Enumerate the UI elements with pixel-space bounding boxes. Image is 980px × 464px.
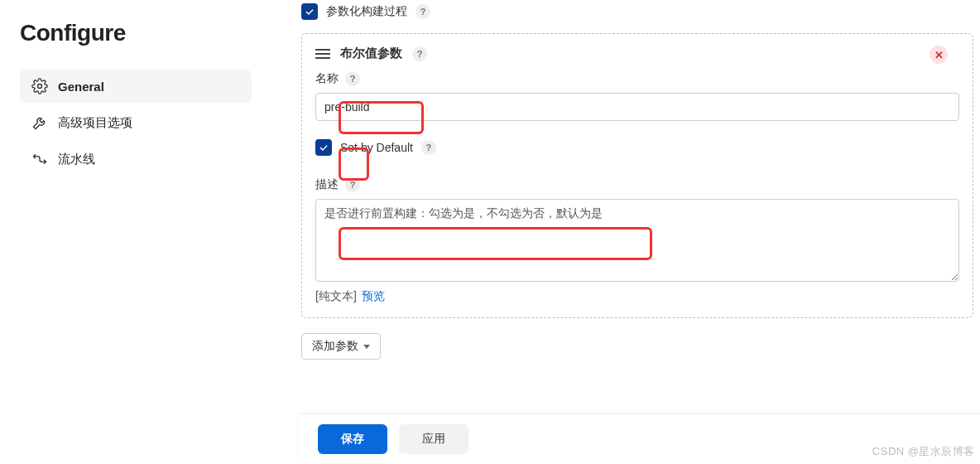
parametrized-build-label: 参数化构建过程	[326, 4, 407, 19]
gear-icon	[31, 78, 48, 94]
help-icon[interactable]: ?	[345, 177, 360, 192]
set-default-label: Set by Default	[340, 141, 413, 154]
description-label: 描述	[315, 177, 339, 192]
svg-point-0	[38, 85, 42, 89]
sidebar-item-label: 高级项目选项	[58, 115, 132, 131]
chevron-down-icon	[363, 345, 370, 349]
panel-title: 布尔值参数	[340, 46, 402, 61]
format-plain-label: [纯文本]	[315, 289, 357, 302]
sidebar-item-label: General	[58, 80, 104, 94]
boolean-param-panel: ✕ 布尔值参数 ? 名称 ? Set by Default ?	[301, 33, 973, 318]
parametrized-build-row: 参数化构建过程 ?	[301, 3, 977, 20]
help-icon[interactable]: ?	[416, 4, 430, 19]
help-icon[interactable]: ?	[345, 71, 360, 86]
main-content: 参数化构建过程 ? ✕ 布尔值参数 ? 名称 ? Set by Def	[281, 0, 980, 464]
sidebar: Configure General 高级项目选项 流水线	[0, 0, 281, 464]
help-icon[interactable]: ?	[421, 140, 436, 155]
watermark: CSDN @星水辰博客	[872, 444, 975, 459]
wrench-icon	[31, 114, 48, 131]
pipeline-icon	[31, 151, 48, 167]
apply-button[interactable]: 应用	[399, 424, 468, 454]
parametrized-build-checkbox[interactable]	[301, 3, 318, 20]
description-textarea[interactable]	[315, 199, 959, 282]
preview-link[interactable]: 预览	[362, 289, 385, 302]
sidebar-item-advanced[interactable]: 高级项目选项	[20, 106, 252, 139]
help-icon[interactable]: ?	[412, 46, 427, 61]
add-param-label: 添加参数	[312, 339, 358, 354]
name-input[interactable]	[315, 93, 959, 121]
sidebar-item-general[interactable]: General	[20, 70, 252, 103]
set-default-checkbox[interactable]	[315, 139, 332, 156]
sidebar-item-pipeline[interactable]: 流水线	[20, 143, 252, 176]
close-icon[interactable]: ✕	[930, 46, 948, 64]
name-label: 名称	[315, 71, 339, 86]
sidebar-item-label: 流水线	[58, 152, 95, 167]
save-button[interactable]: 保存	[318, 424, 387, 454]
add-param-button[interactable]: 添加参数	[301, 333, 381, 360]
page-title: Configure	[20, 20, 281, 46]
drag-handle-icon[interactable]	[315, 49, 330, 59]
